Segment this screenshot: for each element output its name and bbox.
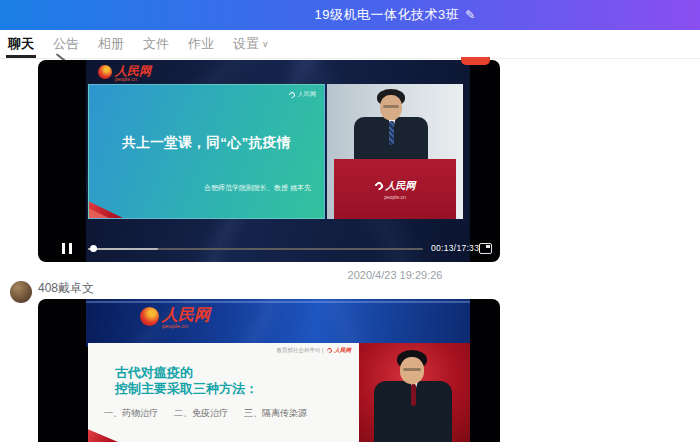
video1-red-badge[interactable] (461, 57, 490, 65)
tab-chat-label: 聊天 (8, 35, 34, 53)
tab-chat[interactable]: 聊天 (8, 30, 34, 58)
edit-title-icon[interactable]: ✎ (465, 8, 475, 22)
slide2-heading: 古代对瘟疫的 控制主要采取三种方法： (115, 365, 258, 397)
tab-homework-label: 作业 (188, 35, 214, 53)
speaker1-tie (389, 121, 394, 145)
slide1-title: 共上一堂课，同“心”抗疫情 (89, 134, 324, 152)
brand-domain: people.cn (115, 77, 151, 82)
slide2-item-1: 一、药物治疗 (104, 407, 158, 420)
lecture-slide-2: 教育部社会科学司 | 人民网 古代对瘟疫的 控制主要采取三种方法： 一、药物治疗… (88, 343, 359, 442)
tab-homework[interactable]: 作业 (188, 30, 214, 58)
mini-brand-icon (288, 90, 296, 98)
video-player-message-1[interactable]: 人民网 people.cn 人民网 共上一堂课，同“心”抗疫情 合肥师范学院副院… (38, 60, 500, 262)
mini-brand-icon (325, 347, 332, 354)
tab-files[interactable]: 文件 (143, 30, 169, 58)
group-title: 19级机电一体化技术3班 (315, 6, 460, 24)
mini-brand-text: 人民网 (298, 90, 316, 99)
podium-brand-name: 人民网 (386, 179, 416, 193)
brand-swoosh-icon (98, 65, 112, 79)
speaker2-camera-panel (359, 343, 470, 442)
progress-bar[interactable] (88, 245, 423, 252)
speaker2-glasses (403, 368, 421, 371)
tab-settings[interactable]: 设置 ∨ (233, 30, 269, 58)
slide1-ribbon-graphic (89, 196, 123, 218)
titlebar-center: 19级机电一体化技术3班 ✎ (0, 0, 700, 30)
tab-album-label: 相册 (98, 35, 124, 53)
tab-announcements-label: 公告 (53, 35, 79, 53)
slide2-ribbon-graphic (88, 426, 118, 442)
speaker1-camera-panel: 人民网 people.cn (327, 84, 463, 219)
brand-swoosh-icon (140, 307, 159, 326)
slide2-corner-text: 教育部社会科学司 | (277, 347, 324, 354)
tab-files-label: 文件 (143, 35, 169, 53)
chevron-down-icon: ∨ (262, 39, 269, 49)
tab-settings-label: 设置 (233, 35, 259, 53)
peoples-daily-logo: 人民网 people.cn (98, 65, 151, 82)
pause-button[interactable] (62, 243, 72, 254)
speaker1-glasses (383, 105, 399, 108)
video1-frame: 人民网 people.cn 人民网 共上一堂课，同“心”抗疫情 合肥师范学院副院… (86, 60, 470, 262)
slide2-method-list: 一、药物治疗 二、免疫治疗 三、隔离传染源 (104, 407, 307, 420)
sender-username[interactable]: 408戴卓文 (38, 280, 94, 297)
brand-name: 人民网 (162, 307, 210, 323)
window-titlebar: 19级机电一体化技术3班 ✎ (0, 0, 700, 30)
peoples-daily-logo-large: 人民网 people.cn (140, 307, 210, 329)
video2-frame: 人民网 people.cn 教育部社会科学司 | 人民网 古代对瘟疫的 控制主要… (86, 299, 470, 442)
slide1-corner-brand: 人民网 (289, 90, 316, 99)
time-display: 00:13/17:33 (431, 243, 479, 253)
podium-brand-domain: people.cn (384, 194, 406, 200)
podium: 人民网 people.cn (334, 159, 456, 219)
brand-domain: people.cn (162, 323, 210, 329)
fullscreen-button[interactable] (479, 243, 492, 254)
speaker2-suit (374, 381, 452, 442)
slide2-heading-line2: 控制主要采取三种方法： (115, 381, 258, 397)
tab-album[interactable]: 相册 (98, 30, 124, 58)
video-screenshot-message-2[interactable]: 人民网 people.cn 教育部社会科学司 | 人民网 古代对瘟疫的 控制主要… (38, 299, 500, 442)
podium-brand-icon (373, 180, 384, 191)
avatar[interactable] (10, 281, 32, 303)
progress-buffered (88, 248, 158, 250)
slide2-heading-line1: 古代对瘟疫的 (115, 365, 258, 381)
group-chat-window: { "header": { "title": "19级机电一体化技术3班", "… (0, 0, 700, 442)
progress-knob[interactable] (90, 245, 97, 252)
slide2-corner-brand-text: 人民网 (335, 347, 352, 354)
slide1-speaker-credit: 合肥师范学院副院长、教授 姚本先 (204, 183, 311, 193)
tabbar-separator (0, 58, 700, 59)
speaker2-tie (411, 384, 416, 406)
slide2-corner-credits: 教育部社会科学司 | 人民网 (277, 347, 351, 354)
message-timestamp: 2020/4/23 19:29:26 (0, 269, 700, 281)
lecture-slide-1: 人民网 共上一堂课，同“心”抗疫情 合肥师范学院副院长、教授 姚本先 (88, 84, 325, 219)
video1-controls: 00:13/17:33 (38, 239, 500, 257)
slide2-item-3: 三、隔离传染源 (244, 407, 307, 420)
tab-bar: 聊天 公告 相册 文件 作业 设置 ∨ (0, 30, 700, 58)
slide2-item-2: 二、免疫治疗 (174, 407, 228, 420)
